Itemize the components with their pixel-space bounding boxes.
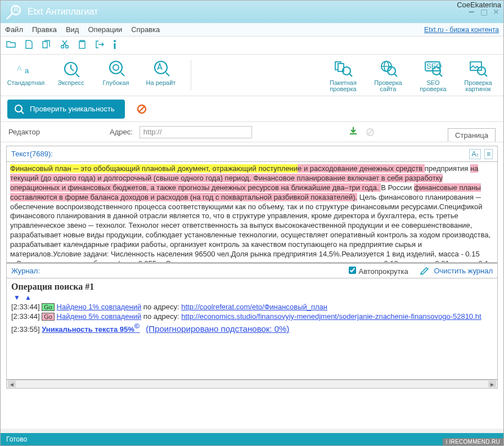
cut-icon[interactable] [60,40,69,51]
mode-deep[interactable]: Глубокая [96,58,136,92]
menu-file[interactable]: Файл [5,25,23,34]
svg-rect-31 [470,62,482,70]
svg-point-13 [110,61,122,74]
address-label: Адрес: [110,128,133,136]
svg-rect-5 [79,41,85,48]
log-match-link[interactable]: Найдено 1% совпадений [57,303,142,311]
svg-line-17 [166,73,169,76]
mode-standard[interactable]: Aa Стандартная [6,58,46,92]
stop2-icon[interactable] [364,127,376,138]
log-body: Операция поиска #1 ▼▲ [2:33:44] Go Найде… [6,278,498,380]
menu-help[interactable]: Справка [131,25,160,34]
download-icon[interactable] [349,127,358,137]
editor-label: Редактор [8,128,40,136]
status-bar: Готово [1,433,503,445]
log-row: [2:33:44] Go Найдено 5% совпадений по ад… [11,312,493,321]
menu-bar: Файл Правка Вид Операции Справка Etxt.ru… [1,23,503,37]
text-count-label: Текст(7689): [11,150,53,158]
app-title: Etxt Антиплагиат [28,7,462,17]
menu-edit[interactable]: Правка [32,25,57,34]
title-bar: A Etxt Антиплагиат ━ ▢ ✕ [1,1,503,23]
h-scrollbar[interactable]: ◄► [6,380,498,389]
small-toolbar [1,37,503,55]
log-header: Журнал: Автопрокрутка Очистить журнал [6,263,498,278]
svg-text:A: A [17,64,22,73]
watermark: i IRECOMMEND.RU [443,438,503,445]
menu-view[interactable]: Вид [66,25,79,34]
svg-line-39 [368,130,372,134]
svg-point-14 [113,65,119,70]
new-file-icon[interactable] [25,40,33,51]
svg-line-15 [121,73,124,76]
uniqueness-result[interactable]: Уникальность текста 95%© [42,324,140,334]
info-icon[interactable] [113,40,116,51]
mode-express[interactable]: Экспресс [51,58,91,92]
log-op-title: Операция поиска #1 [11,282,493,292]
editor-row: Редактор Адрес: Страница [1,122,503,142]
exit-icon[interactable] [95,40,104,51]
check-uniqueness-button[interactable]: Проверить уникальность [7,100,125,119]
svg-point-3 [61,46,64,48]
go-badge[interactable]: Go [42,303,55,311]
log-url-link[interactable]: http://coolreferat.com/eto/Финансовый_пл… [181,303,327,311]
svg-text:A: A [14,5,19,13]
mode-seo[interactable]: SEO SEO проверка [413,58,453,92]
svg-line-30 [439,74,442,76]
copy-file-icon[interactable] [42,40,51,51]
open-folder-icon[interactable] [6,40,16,51]
svg-point-4 [66,46,69,48]
log-row: [2:33:44] Go Найдено 1% совпадений по ад… [11,303,493,311]
svg-line-26 [394,74,397,76]
menu-ops[interactable]: Операции [88,25,122,34]
text-body[interactable]: Финансовый план ─ это обобщающий плановы… [6,161,498,263]
mode-site[interactable]: Проверка сайта [368,58,408,92]
svg-line-21 [349,74,352,76]
stop-icon[interactable] [136,103,147,115]
svg-point-7 [114,40,116,42]
svg-line-33 [484,74,487,76]
go-badge[interactable]: Go [42,313,55,321]
user-label: CoeEkaterina [457,1,501,9]
progress-bar [1,429,503,433]
log-result-row: [2:33:55] Уникальность текста 95%© (Прои… [11,322,493,334]
app-logo: A [3,2,23,22]
mode-rewrite[interactable]: На рерайт [141,58,181,92]
log-match-link[interactable]: Найдено 5% совпадений [57,312,142,321]
text-header: Текст(7689): A↕ ≡ [6,146,498,161]
check-bar: Проверить уникальность [1,96,503,122]
text-wrap-icon[interactable]: ≡ [484,149,493,159]
mode-images[interactable]: Проверка картинок [458,58,498,92]
clear-log-button[interactable]: Очистить журнал [420,267,493,276]
paste-icon[interactable] [78,40,86,51]
svg-line-35 [21,111,24,114]
large-toolbar: Aa Стандартная Экспресс Глубокая На рера… [1,55,503,96]
mode-batch[interactable]: Пакетная проверка [323,58,363,92]
autoscroll-checkbox[interactable]: Автопрокрутка [349,267,408,276]
svg-line-12 [76,74,79,77]
svg-text:a: a [25,66,29,75]
ignored-result[interactable]: (Проигнорировано подстановок: 0%) [146,324,289,334]
text-format-icon[interactable]: A↕ [469,149,481,159]
site-link[interactable]: Etxt.ru - биржа контента [424,26,499,34]
svg-line-1 [7,13,12,19]
svg-rect-8 [114,43,116,49]
address-input[interactable] [140,126,252,138]
log-url-link[interactable]: http://economics.studio/finansovyiy-mene… [181,312,481,321]
log-label: Журнал: [11,267,40,275]
svg-line-37 [139,106,145,112]
tab-page[interactable]: Страница [448,128,496,142]
